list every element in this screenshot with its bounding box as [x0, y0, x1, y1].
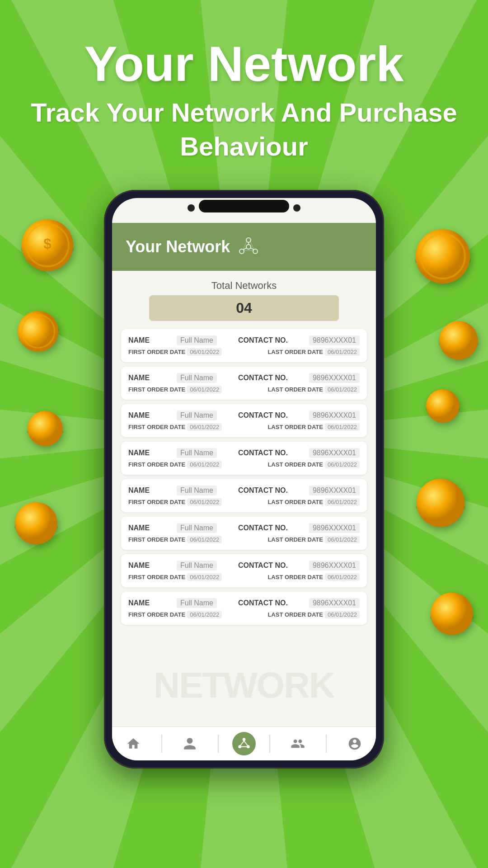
network-entry[interactable]: NAME Full Name CONTACT NO. 9896XXXX01 FI…	[121, 367, 367, 400]
first-order-group: FIRST ORDER DATE 06/01/2022	[128, 348, 222, 356]
name-label: NAME	[128, 449, 155, 457]
last-order-value: 06/01/2022	[325, 536, 360, 543]
contact-label: CONTACT NO.	[238, 449, 288, 457]
app-header-title: Your Network	[126, 237, 230, 256]
nav-account[interactable]	[340, 733, 369, 755]
name-value: Full Name	[177, 598, 217, 608]
people-icon	[291, 736, 305, 751]
header-section: Your Network Track Your Network And Purc…	[0, 36, 488, 164]
contact-label: CONTACT NO.	[238, 486, 288, 495]
first-order-label: FIRST ORDER DATE	[128, 424, 185, 430]
contact-value: 9896XXXX01	[309, 448, 360, 458]
name-value: Full Name	[177, 486, 217, 495]
svg-point-49	[243, 738, 246, 741]
nav-divider-1	[161, 735, 162, 753]
coin-left-1: $	[18, 217, 77, 276]
coin-right-5	[425, 588, 479, 642]
svg-point-36	[417, 479, 465, 527]
network-entry[interactable]: NAME Full Name CONTACT NO. 9896XXXX01 FI…	[121, 404, 367, 437]
coin-right-3	[420, 384, 465, 429]
network-entry[interactable]: NAME Full Name CONTACT NO. 9896XXXX01 FI…	[121, 554, 367, 587]
name-value: Full Name	[177, 523, 217, 533]
nav-team[interactable]	[283, 733, 312, 755]
account-icon	[347, 736, 362, 751]
first-order-value: 06/01/2022	[187, 611, 222, 618]
first-order-label: FIRST ORDER DATE	[128, 349, 185, 355]
contact-label: CONTACT NO.	[238, 524, 288, 532]
name-label: NAME	[128, 336, 155, 344]
svg-point-29	[416, 229, 470, 283]
nav-divider-2	[218, 735, 219, 753]
nav-divider-3	[269, 735, 270, 753]
first-order-label: FIRST ORDER DATE	[128, 574, 185, 580]
first-order-value: 06/01/2022	[187, 573, 222, 581]
first-order-value: 06/01/2022	[187, 386, 222, 393]
contact-label: CONTACT NO.	[238, 411, 288, 420]
name-value: Full Name	[177, 561, 217, 571]
app-header: Your Network	[112, 223, 376, 271]
contact-label: CONTACT NO.	[238, 336, 288, 344]
last-order-label: LAST ORDER DATE	[267, 499, 323, 505]
last-order-group: LAST ORDER DATE 06/01/2022	[267, 611, 360, 618]
home-icon	[126, 736, 141, 751]
svg-text:$: $	[43, 236, 51, 252]
page-subtitle: Track Your Network And Purchase Behaviou…	[0, 95, 488, 164]
last-order-group: LAST ORDER DATE 06/01/2022	[267, 348, 360, 356]
phone-camera-left	[188, 204, 195, 212]
first-order-group: FIRST ORDER DATE 06/01/2022	[128, 386, 222, 393]
coin-right-1	[411, 226, 474, 289]
coin-right-4	[411, 475, 470, 533]
last-order-group: LAST ORDER DATE 06/01/2022	[267, 461, 360, 468]
phone-screen: Your Network Total Networks 04 NETWORK	[112, 198, 376, 760]
last-order-value: 06/01/2022	[325, 348, 360, 356]
nav-network[interactable]	[232, 732, 256, 755]
coin-left-4	[9, 497, 63, 552]
svg-point-40	[239, 249, 244, 254]
first-order-group: FIRST ORDER DATE 06/01/2022	[128, 536, 222, 543]
first-order-group: FIRST ORDER DATE 06/01/2022	[128, 611, 222, 618]
first-order-group: FIRST ORDER DATE 06/01/2022	[128, 573, 222, 581]
phone-notch	[199, 200, 289, 212]
network-entry[interactable]: NAME Full Name CONTACT NO. 9896XXXX01 FI…	[121, 592, 367, 625]
last-order-label: LAST ORDER DATE	[267, 386, 323, 393]
nav-profile[interactable]	[175, 733, 204, 755]
first-order-value: 06/01/2022	[187, 461, 222, 468]
phone-camera-right	[293, 204, 300, 212]
nav-home[interactable]	[119, 733, 148, 755]
total-networks-value: 04	[149, 295, 338, 321]
last-order-group: LAST ORDER DATE 06/01/2022	[267, 536, 360, 543]
first-order-label: FIRST ORDER DATE	[128, 386, 185, 393]
nav-divider-4	[326, 735, 327, 753]
last-order-value: 06/01/2022	[325, 498, 360, 506]
total-networks-label: Total Networks	[126, 280, 362, 292]
network-icon	[237, 236, 260, 258]
name-label: NAME	[128, 374, 155, 382]
first-order-value: 06/01/2022	[187, 423, 222, 431]
watermark-text: NETWORK	[154, 665, 334, 706]
network-entry[interactable]: NAME Full Name CONTACT NO. 9896XXXX01 FI…	[121, 442, 367, 475]
contact-value: 9896XXXX01	[309, 598, 360, 608]
network-entry[interactable]: NAME Full Name CONTACT NO. 9896XXXX01 FI…	[121, 329, 367, 362]
first-order-group: FIRST ORDER DATE 06/01/2022	[128, 498, 222, 506]
last-order-group: LAST ORDER DATE 06/01/2022	[267, 573, 360, 581]
name-value: Full Name	[177, 335, 217, 345]
last-order-value: 06/01/2022	[325, 611, 360, 618]
name-value: Full Name	[177, 373, 217, 383]
last-order-group: LAST ORDER DATE 06/01/2022	[267, 498, 360, 506]
first-order-label: FIRST ORDER DATE	[128, 611, 185, 618]
last-order-label: LAST ORDER DATE	[267, 611, 323, 618]
svg-point-34	[426, 389, 460, 423]
coin-right-2	[434, 316, 483, 366]
svg-point-38	[431, 593, 473, 635]
page-title: Your Network	[0, 36, 488, 91]
network-entry[interactable]: NAME Full Name CONTACT NO. 9896XXXX01 FI…	[121, 517, 367, 550]
svg-point-42	[246, 245, 251, 249]
first-order-label: FIRST ORDER DATE	[128, 461, 185, 468]
coin-left-3	[23, 407, 68, 452]
network-entry[interactable]: NAME Full Name CONTACT NO. 9896XXXX01 FI…	[121, 479, 367, 512]
svg-point-41	[253, 249, 258, 254]
name-value: Full Name	[177, 448, 217, 458]
last-order-label: LAST ORDER DATE	[267, 349, 323, 355]
name-value: Full Name	[177, 410, 217, 420]
last-order-value: 06/01/2022	[325, 461, 360, 468]
